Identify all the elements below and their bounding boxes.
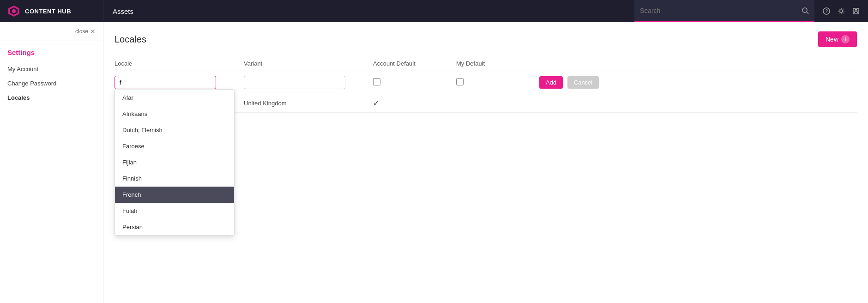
locale-input-cell: Afar Afrikaans Dutch; Flemish Faroese Fi… xyxy=(115,71,244,94)
th-locale: Locale xyxy=(115,56,244,71)
dropdown-item-dutch-flemish[interactable]: Dutch; Flemish xyxy=(115,122,234,138)
th-variant: Variant xyxy=(244,56,373,71)
new-button[interactable]: New + xyxy=(818,31,857,47)
main-content: Locales New + Locale Variant Account Def… xyxy=(103,22,868,303)
logo-icon xyxy=(7,5,20,18)
my-default-checkbox[interactable] xyxy=(456,78,464,85)
search-input[interactable] xyxy=(640,7,798,14)
svg-text:?: ? xyxy=(826,9,828,14)
logo-text: CONTENT HUB xyxy=(25,8,71,15)
dropdown-item-persian[interactable]: Persian xyxy=(115,219,234,235)
sidebar-nav: My Account Change Password Locales xyxy=(0,62,103,105)
new-button-plus-icon: + xyxy=(841,35,850,43)
dropdown-item-fulah[interactable]: Fulah xyxy=(115,203,234,219)
dropdown-item-faroese[interactable]: Faroese xyxy=(115,138,234,154)
variant-input-cell xyxy=(244,71,373,94)
th-my-default: My Default xyxy=(456,56,539,71)
account-default-checkmark: ✓ xyxy=(373,99,379,107)
help-icon: ? xyxy=(823,7,830,15)
settings-label: Settings xyxy=(0,41,103,62)
row-variant: United Kingdom xyxy=(244,94,373,113)
nav-icons: ? xyxy=(814,5,868,18)
close-label: close xyxy=(75,28,88,35)
user-icon-button[interactable] xyxy=(850,5,862,18)
user-icon xyxy=(852,7,860,15)
sidebar: close ✕ Settings My Account Change Passw… xyxy=(0,22,103,303)
svg-point-9 xyxy=(855,9,857,11)
top-nav: CONTENT HUB Assets ? xyxy=(0,0,868,22)
search-icon-button[interactable] xyxy=(802,7,809,14)
dropdown-item-finnish[interactable]: Finnish xyxy=(115,170,234,187)
svg-point-2 xyxy=(12,9,16,13)
locale-input[interactable] xyxy=(115,76,216,89)
sidebar-close-area: close ✕ xyxy=(0,22,103,41)
locale-input-wrapper: Afar Afrikaans Dutch; Flemish Faroese Fi… xyxy=(115,76,238,89)
account-default-input-cell xyxy=(373,71,456,94)
svg-point-7 xyxy=(840,10,843,12)
add-button[interactable]: Add xyxy=(539,76,563,89)
row-actions xyxy=(539,94,857,113)
th-account-default: Account Default xyxy=(373,56,456,71)
th-actions xyxy=(539,56,857,71)
input-row: Afar Afrikaans Dutch; Flemish Faroese Fi… xyxy=(115,71,857,94)
search-icon xyxy=(802,7,809,14)
cancel-button[interactable]: Cancel xyxy=(567,76,599,89)
svg-point-3 xyxy=(802,8,807,12)
dropdown-item-french[interactable]: French xyxy=(115,187,234,203)
account-default-checkbox[interactable] xyxy=(373,78,380,85)
my-default-input-cell xyxy=(456,71,539,94)
dropdown-item-afar[interactable]: Afar xyxy=(115,90,234,106)
help-icon-button[interactable]: ? xyxy=(820,5,833,18)
action-buttons-cell: Add Cancel xyxy=(539,71,857,94)
row-my-default xyxy=(456,94,539,113)
locales-table: Locale Variant Account Default My Defaul… xyxy=(115,56,857,113)
settings-icon-button[interactable] xyxy=(835,5,848,18)
new-button-label: New xyxy=(826,36,838,43)
row-account-default: ✓ xyxy=(373,94,456,113)
sidebar-item-change-password[interactable]: Change Password xyxy=(0,76,103,91)
sidebar-item-locales[interactable]: Locales xyxy=(0,91,103,105)
page-title: Locales xyxy=(115,34,146,45)
page-header: Locales New + xyxy=(115,31,857,47)
variant-input[interactable] xyxy=(244,76,345,89)
svg-line-4 xyxy=(807,12,808,14)
sidebar-item-my-account[interactable]: My Account xyxy=(0,62,103,76)
nav-assets-title: Assets xyxy=(103,7,634,15)
table-header-row: Locale Variant Account Default My Defaul… xyxy=(115,56,857,71)
main-layout: close ✕ Settings My Account Change Passw… xyxy=(0,22,868,303)
dropdown-item-fijian[interactable]: Fijian xyxy=(115,154,234,170)
locale-dropdown: Afar Afrikaans Dutch; Flemish Faroese Fi… xyxy=(115,89,235,236)
settings-icon xyxy=(838,7,845,15)
dropdown-item-afrikaans[interactable]: Afrikaans xyxy=(115,106,234,122)
logo-area: CONTENT HUB xyxy=(0,0,103,22)
search-area xyxy=(634,0,814,22)
close-button[interactable]: ✕ xyxy=(90,28,96,35)
